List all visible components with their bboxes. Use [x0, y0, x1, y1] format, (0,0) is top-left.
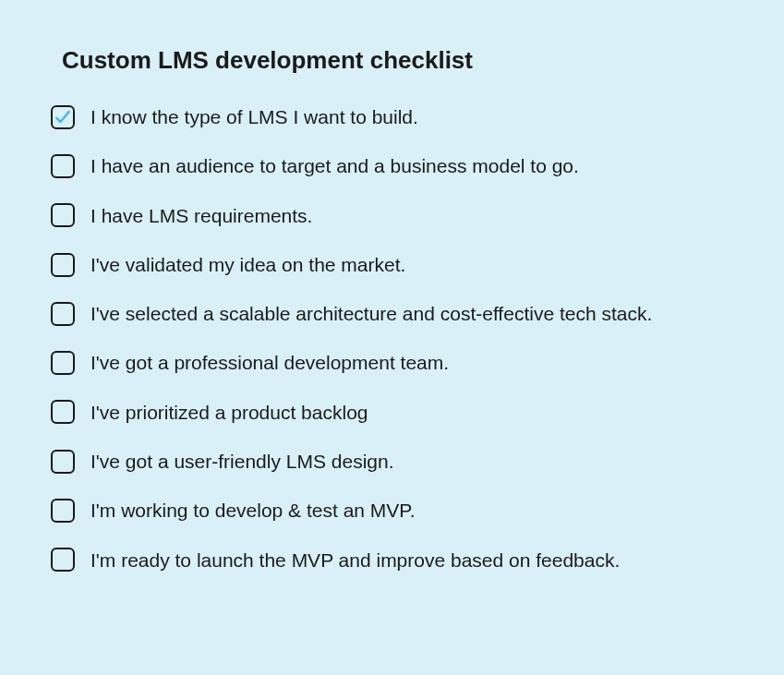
checkbox[interactable]: [51, 105, 75, 129]
checkbox[interactable]: [51, 302, 75, 326]
checklist-item: I've selected a scalable architecture an…: [51, 301, 733, 326]
checklist-title: Custom LMS development checklist: [51, 46, 733, 75]
checklist-item-label: I have LMS requirements.: [90, 203, 312, 228]
checkbox[interactable]: [51, 351, 75, 375]
checklist-item-label: I've got a professional development team…: [90, 350, 449, 375]
checkbox[interactable]: [51, 154, 75, 178]
checklist-container: I know the type of LMS I want to build.I…: [51, 104, 733, 573]
checklist-item-label: I'm working to develop & test an MVP.: [90, 498, 415, 523]
checklist-item-label: I'm ready to launch the MVP and improve …: [90, 548, 620, 573]
checklist-item: I'm ready to launch the MVP and improve …: [51, 548, 733, 573]
checklist-item-label: I've got a user-friendly LMS design.: [90, 449, 394, 474]
checklist-item-label: I've validated my idea on the market.: [90, 252, 405, 277]
checkbox[interactable]: [51, 548, 75, 572]
checklist-item: I've got a user-friendly LMS design.: [51, 449, 733, 474]
checklist-item: I've prioritized a product backlog: [51, 400, 733, 425]
checklist-item-label: I have an audience to target and a busin…: [90, 153, 579, 178]
checklist-item: I've got a professional development team…: [51, 350, 733, 375]
checklist-item: I'm working to develop & test an MVP.: [51, 498, 733, 523]
checklist-item-label: I've selected a scalable architecture an…: [90, 301, 652, 326]
checkbox[interactable]: [51, 203, 75, 227]
checklist-item-label: I've prioritized a product backlog: [90, 400, 368, 425]
checklist-item: I have LMS requirements.: [51, 203, 733, 228]
checkbox[interactable]: [51, 400, 75, 424]
checklist-item: I've validated my idea on the market.: [51, 252, 733, 277]
checkmark-icon: [54, 108, 72, 127]
checkbox[interactable]: [51, 450, 75, 474]
checklist-item: I have an audience to target and a busin…: [51, 153, 733, 178]
checklist-item: I know the type of LMS I want to build.: [51, 104, 733, 129]
checkbox[interactable]: [51, 499, 75, 523]
checkbox[interactable]: [51, 253, 75, 277]
checklist-item-label: I know the type of LMS I want to build.: [90, 104, 418, 129]
